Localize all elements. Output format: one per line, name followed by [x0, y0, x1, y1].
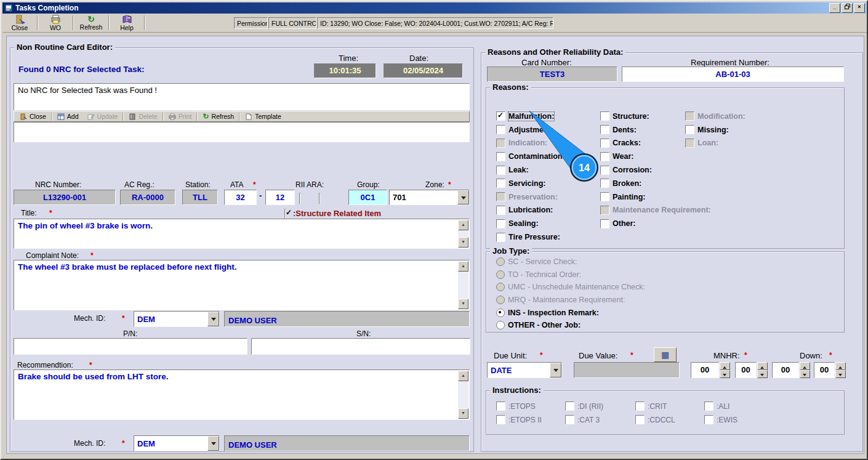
- down-hours-spinner[interactable]: 00: [772, 362, 810, 378]
- spin-up-button[interactable]: [835, 362, 846, 370]
- instr-cat3-checkbox[interactable]: [565, 415, 574, 424]
- reason-lubrication-checkbox[interactable]: [496, 206, 505, 215]
- spin-up-button[interactable]: [720, 362, 730, 370]
- mnhr-hours-spinner[interactable]: 00: [691, 362, 730, 378]
- reason-dents-checkbox[interactable]: [600, 125, 609, 134]
- reason-painting-checkbox[interactable]: [600, 192, 609, 201]
- scroll-down-button[interactable]: ▼: [458, 237, 468, 248]
- reason-adjustment-checkbox[interactable]: [496, 125, 505, 134]
- reason-structure-checkbox[interactable]: [600, 111, 609, 121]
- due-unit-combo-button[interactable]: [550, 363, 561, 377]
- nrc-grid-toolbar: Close Add Update Delete Print ↻ Refresh: [14, 111, 470, 122]
- instr-crit-checkbox[interactable]: [635, 401, 645, 411]
- job-ins-radio[interactable]: [496, 309, 505, 317]
- reason-sealing-checkbox[interactable]: [496, 219, 505, 228]
- nrc-list-box[interactable]: No NRC for Selected Task was Found !: [14, 83, 470, 110]
- title-textarea[interactable]: The pin of wheel #3 brake is worn. ▲ ▼: [14, 219, 470, 249]
- mnhr-minutes-spinner[interactable]: 00: [735, 362, 768, 378]
- recommendation-textarea[interactable]: Brake should be used from LHT store. ▲ ▼: [14, 369, 470, 420]
- mech-id2-value: DEM: [134, 439, 155, 448]
- reason-other-checkbox[interactable]: [600, 219, 609, 228]
- down-minutes-value[interactable]: 00: [814, 362, 835, 378]
- reason-malfunction-checkbox[interactable]: [496, 111, 505, 121]
- sn-input[interactable]: [251, 338, 470, 355]
- scroll-down-button[interactable]: ▼: [458, 408, 468, 419]
- instr-etops2-checkbox[interactable]: [496, 415, 505, 424]
- grid-add-button[interactable]: Add: [53, 112, 83, 121]
- chevron-down-icon: [553, 369, 558, 374]
- help-button-label: Help: [120, 24, 134, 31]
- zone-combo-button[interactable]: [457, 190, 469, 204]
- scroll-up-button[interactable]: ▲: [458, 220, 468, 230]
- recommendation-scrollbar[interactable]: ▲ ▼: [458, 371, 468, 419]
- reason-wear-checkbox[interactable]: [600, 152, 609, 161]
- grid-delete-button[interactable]: Delete: [124, 112, 161, 121]
- complaint-text: The wheel #3 brake must be replaced befo…: [18, 262, 456, 272]
- help-button[interactable]: Help: [111, 14, 143, 32]
- pn-input[interactable]: [14, 338, 247, 355]
- job-to-label: TO - Technical Order:: [508, 270, 581, 279]
- ata-minor-field[interactable]: 12: [265, 190, 295, 205]
- complaint-textarea[interactable]: The wheel #3 brake must be replaced befo…: [14, 260, 470, 310]
- complaint-scrollbar[interactable]: ▲ ▼: [458, 261, 468, 309]
- mech-id-combo[interactable]: DEM: [134, 311, 220, 327]
- due-unit-label: Due Unit:: [494, 351, 527, 360]
- zone-combo[interactable]: 701: [389, 190, 470, 205]
- wo-printer-icon: [50, 15, 61, 24]
- reason-cracks-checkbox[interactable]: [600, 139, 609, 148]
- scroll-up-button[interactable]: ▲: [458, 261, 468, 272]
- rii-checkbox[interactable]: [299, 193, 300, 204]
- reason-missing-checkbox[interactable]: [685, 125, 694, 134]
- reason-leak-checkbox[interactable]: [496, 166, 505, 175]
- spin-down-button[interactable]: [720, 370, 730, 378]
- refresh-button[interactable]: ↻ Refresh: [75, 14, 107, 32]
- title-scrollbar[interactable]: ▲ ▼: [458, 220, 468, 248]
- down-hours-value[interactable]: 00: [772, 362, 799, 378]
- mnhr-minutes-value[interactable]: 00: [735, 362, 757, 378]
- spin-up-button[interactable]: [757, 362, 768, 370]
- wo-button[interactable]: WO: [39, 14, 71, 32]
- spin-up-button[interactable]: [800, 362, 810, 370]
- spin-down-button[interactable]: [835, 370, 846, 378]
- reason-modification-label: Modification:: [697, 112, 745, 121]
- requirement-number-field[interactable]: AB-01-03: [622, 67, 844, 82]
- spin-down-button[interactable]: [757, 370, 768, 378]
- reason-tire-pressure-checkbox[interactable]: [496, 233, 505, 242]
- ara-checkbox[interactable]: [319, 193, 320, 204]
- down-minutes-spinner[interactable]: 00: [814, 362, 846, 378]
- mnhr-hours-value[interactable]: 00: [691, 362, 719, 378]
- instr-di-rii-checkbox[interactable]: [565, 401, 574, 411]
- mech-id-combo-button[interactable]: [207, 312, 219, 326]
- grid-template-button[interactable]: Template: [241, 112, 286, 121]
- complaint-note-label: Complaint Note:: [26, 251, 79, 260]
- grid-close-button[interactable]: Close: [15, 112, 50, 121]
- grid-print-button[interactable]: Print: [164, 112, 196, 121]
- instr-etops-checkbox[interactable]: [496, 401, 505, 411]
- job-other-radio[interactable]: [496, 321, 505, 329]
- spin-down-button[interactable]: [800, 370, 810, 378]
- due-unit-combo[interactable]: DATE: [487, 362, 562, 378]
- minimize-button[interactable]: _: [829, 3, 840, 13]
- nrc-detail-box[interactable]: [14, 122, 470, 142]
- reason-corrosion-checkbox[interactable]: [600, 166, 609, 175]
- restore-button[interactable]: [842, 3, 853, 13]
- close-window-button[interactable]: ×: [854, 3, 865, 13]
- mech-id2-combo-button[interactable]: [207, 436, 219, 451]
- reason-contamination-checkbox[interactable]: [496, 152, 505, 161]
- grid-toolbar-separator: [239, 113, 240, 121]
- reason-servicing-checkbox[interactable]: [496, 179, 505, 188]
- scroll-down-button[interactable]: ▼: [458, 299, 468, 309]
- scroll-up-button[interactable]: ▲: [458, 371, 468, 381]
- mech-id2-combo[interactable]: DEM: [134, 435, 220, 451]
- instr-ewis-checkbox[interactable]: [704, 415, 713, 424]
- ata-major-field[interactable]: 32: [224, 190, 257, 205]
- reason-preservation-checkbox: [496, 192, 505, 201]
- grid-refresh-button[interactable]: ↻ Refresh: [198, 112, 238, 121]
- reason-broken-checkbox[interactable]: [600, 179, 609, 188]
- instr-cdccl-checkbox[interactable]: [635, 415, 645, 424]
- grid-update-button[interactable]: Update: [83, 112, 123, 121]
- group-field[interactable]: 0C1: [348, 190, 387, 205]
- close-button[interactable]: Close: [4, 14, 36, 32]
- instr-ali-checkbox[interactable]: [704, 401, 713, 411]
- calendar-button[interactable]: ▦: [654, 347, 677, 362]
